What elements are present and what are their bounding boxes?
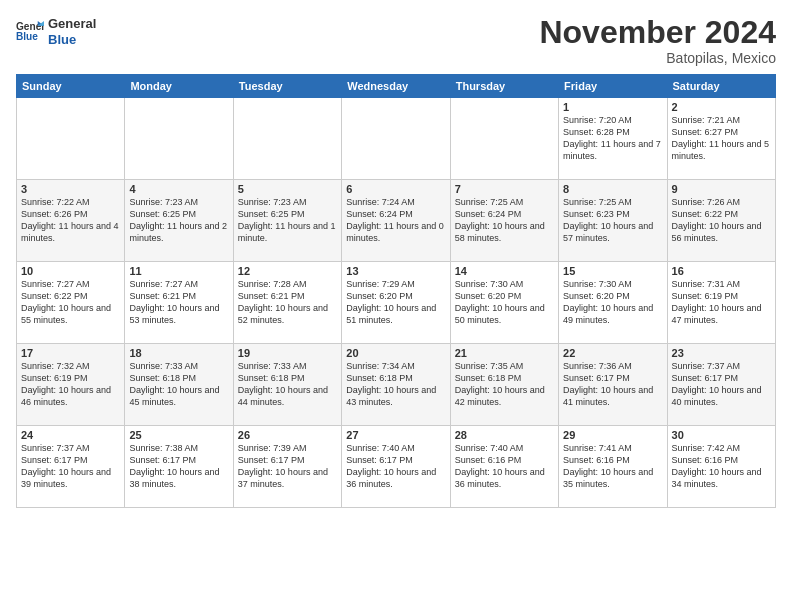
- day-info: Sunrise: 7:26 AM Sunset: 6:22 PM Dayligh…: [672, 196, 771, 245]
- col-tuesday: Tuesday: [233, 75, 341, 98]
- header: General Blue General Blue November 2024 …: [16, 16, 776, 66]
- logo-blue: Blue: [48, 32, 96, 48]
- day-info: Sunrise: 7:34 AM Sunset: 6:18 PM Dayligh…: [346, 360, 445, 409]
- day-info: Sunrise: 7:27 AM Sunset: 6:22 PM Dayligh…: [21, 278, 120, 327]
- day-number: 20: [346, 347, 445, 359]
- day-info: Sunrise: 7:25 AM Sunset: 6:23 PM Dayligh…: [563, 196, 662, 245]
- table-cell: [233, 98, 341, 180]
- page: General Blue General Blue November 2024 …: [0, 0, 792, 612]
- day-info: Sunrise: 7:36 AM Sunset: 6:17 PM Dayligh…: [563, 360, 662, 409]
- table-cell: 30Sunrise: 7:42 AM Sunset: 6:16 PM Dayli…: [667, 426, 775, 508]
- logo-icon: General Blue: [16, 18, 44, 46]
- day-info: Sunrise: 7:35 AM Sunset: 6:18 PM Dayligh…: [455, 360, 554, 409]
- location: Batopilas, Mexico: [539, 50, 776, 66]
- table-cell: 24Sunrise: 7:37 AM Sunset: 6:17 PM Dayli…: [17, 426, 125, 508]
- day-info: Sunrise: 7:40 AM Sunset: 6:17 PM Dayligh…: [346, 442, 445, 491]
- table-cell: 4Sunrise: 7:23 AM Sunset: 6:25 PM Daylig…: [125, 180, 233, 262]
- col-saturday: Saturday: [667, 75, 775, 98]
- day-number: 5: [238, 183, 337, 195]
- title-block: November 2024 Batopilas, Mexico: [539, 16, 776, 66]
- day-number: 15: [563, 265, 662, 277]
- day-number: 2: [672, 101, 771, 113]
- col-sunday: Sunday: [17, 75, 125, 98]
- day-number: 27: [346, 429, 445, 441]
- day-number: 30: [672, 429, 771, 441]
- day-number: 7: [455, 183, 554, 195]
- table-cell: 6Sunrise: 7:24 AM Sunset: 6:24 PM Daylig…: [342, 180, 450, 262]
- calendar-week-5: 24Sunrise: 7:37 AM Sunset: 6:17 PM Dayli…: [17, 426, 776, 508]
- day-info: Sunrise: 7:31 AM Sunset: 6:19 PM Dayligh…: [672, 278, 771, 327]
- table-cell: 2Sunrise: 7:21 AM Sunset: 6:27 PM Daylig…: [667, 98, 775, 180]
- table-cell: 18Sunrise: 7:33 AM Sunset: 6:18 PM Dayli…: [125, 344, 233, 426]
- day-info: Sunrise: 7:41 AM Sunset: 6:16 PM Dayligh…: [563, 442, 662, 491]
- table-cell: [450, 98, 558, 180]
- day-number: 21: [455, 347, 554, 359]
- table-cell: [342, 98, 450, 180]
- table-cell: 10Sunrise: 7:27 AM Sunset: 6:22 PM Dayli…: [17, 262, 125, 344]
- table-cell: 13Sunrise: 7:29 AM Sunset: 6:20 PM Dayli…: [342, 262, 450, 344]
- day-info: Sunrise: 7:22 AM Sunset: 6:26 PM Dayligh…: [21, 196, 120, 245]
- calendar-week-3: 10Sunrise: 7:27 AM Sunset: 6:22 PM Dayli…: [17, 262, 776, 344]
- table-cell: 23Sunrise: 7:37 AM Sunset: 6:17 PM Dayli…: [667, 344, 775, 426]
- table-cell: 9Sunrise: 7:26 AM Sunset: 6:22 PM Daylig…: [667, 180, 775, 262]
- day-info: Sunrise: 7:23 AM Sunset: 6:25 PM Dayligh…: [238, 196, 337, 245]
- table-cell: 19Sunrise: 7:33 AM Sunset: 6:18 PM Dayli…: [233, 344, 341, 426]
- day-info: Sunrise: 7:21 AM Sunset: 6:27 PM Dayligh…: [672, 114, 771, 163]
- calendar-week-2: 3Sunrise: 7:22 AM Sunset: 6:26 PM Daylig…: [17, 180, 776, 262]
- table-cell: 16Sunrise: 7:31 AM Sunset: 6:19 PM Dayli…: [667, 262, 775, 344]
- calendar-header-row: Sunday Monday Tuesday Wednesday Thursday…: [17, 75, 776, 98]
- day-number: 16: [672, 265, 771, 277]
- day-number: 26: [238, 429, 337, 441]
- table-cell: 1Sunrise: 7:20 AM Sunset: 6:28 PM Daylig…: [559, 98, 667, 180]
- calendar-week-1: 1Sunrise: 7:20 AM Sunset: 6:28 PM Daylig…: [17, 98, 776, 180]
- day-number: 8: [563, 183, 662, 195]
- day-number: 25: [129, 429, 228, 441]
- day-number: 1: [563, 101, 662, 113]
- table-cell: 21Sunrise: 7:35 AM Sunset: 6:18 PM Dayli…: [450, 344, 558, 426]
- table-cell: 7Sunrise: 7:25 AM Sunset: 6:24 PM Daylig…: [450, 180, 558, 262]
- day-number: 18: [129, 347, 228, 359]
- day-number: 12: [238, 265, 337, 277]
- table-cell: 8Sunrise: 7:25 AM Sunset: 6:23 PM Daylig…: [559, 180, 667, 262]
- calendar-week-4: 17Sunrise: 7:32 AM Sunset: 6:19 PM Dayli…: [17, 344, 776, 426]
- day-number: 3: [21, 183, 120, 195]
- day-info: Sunrise: 7:33 AM Sunset: 6:18 PM Dayligh…: [129, 360, 228, 409]
- day-number: 9: [672, 183, 771, 195]
- day-number: 14: [455, 265, 554, 277]
- day-info: Sunrise: 7:20 AM Sunset: 6:28 PM Dayligh…: [563, 114, 662, 163]
- day-info: Sunrise: 7:30 AM Sunset: 6:20 PM Dayligh…: [563, 278, 662, 327]
- month-title: November 2024: [539, 16, 776, 48]
- table-cell: 29Sunrise: 7:41 AM Sunset: 6:16 PM Dayli…: [559, 426, 667, 508]
- day-info: Sunrise: 7:30 AM Sunset: 6:20 PM Dayligh…: [455, 278, 554, 327]
- table-cell: [125, 98, 233, 180]
- table-cell: 28Sunrise: 7:40 AM Sunset: 6:16 PM Dayli…: [450, 426, 558, 508]
- day-info: Sunrise: 7:40 AM Sunset: 6:16 PM Dayligh…: [455, 442, 554, 491]
- col-friday: Friday: [559, 75, 667, 98]
- table-cell: 15Sunrise: 7:30 AM Sunset: 6:20 PM Dayli…: [559, 262, 667, 344]
- day-info: Sunrise: 7:23 AM Sunset: 6:25 PM Dayligh…: [129, 196, 228, 245]
- day-info: Sunrise: 7:28 AM Sunset: 6:21 PM Dayligh…: [238, 278, 337, 327]
- day-number: 19: [238, 347, 337, 359]
- day-info: Sunrise: 7:37 AM Sunset: 6:17 PM Dayligh…: [21, 442, 120, 491]
- table-cell: 22Sunrise: 7:36 AM Sunset: 6:17 PM Dayli…: [559, 344, 667, 426]
- day-info: Sunrise: 7:25 AM Sunset: 6:24 PM Dayligh…: [455, 196, 554, 245]
- logo-general: General: [48, 16, 96, 32]
- table-cell: 20Sunrise: 7:34 AM Sunset: 6:18 PM Dayli…: [342, 344, 450, 426]
- day-number: 28: [455, 429, 554, 441]
- day-number: 10: [21, 265, 120, 277]
- table-cell: 12Sunrise: 7:28 AM Sunset: 6:21 PM Dayli…: [233, 262, 341, 344]
- day-number: 13: [346, 265, 445, 277]
- table-cell: 3Sunrise: 7:22 AM Sunset: 6:26 PM Daylig…: [17, 180, 125, 262]
- day-info: Sunrise: 7:39 AM Sunset: 6:17 PM Dayligh…: [238, 442, 337, 491]
- col-thursday: Thursday: [450, 75, 558, 98]
- table-cell: 26Sunrise: 7:39 AM Sunset: 6:17 PM Dayli…: [233, 426, 341, 508]
- calendar-table: Sunday Monday Tuesday Wednesday Thursday…: [16, 74, 776, 508]
- day-info: Sunrise: 7:29 AM Sunset: 6:20 PM Dayligh…: [346, 278, 445, 327]
- logo: General Blue General Blue: [16, 16, 96, 47]
- day-number: 11: [129, 265, 228, 277]
- day-info: Sunrise: 7:27 AM Sunset: 6:21 PM Dayligh…: [129, 278, 228, 327]
- day-number: 23: [672, 347, 771, 359]
- day-info: Sunrise: 7:37 AM Sunset: 6:17 PM Dayligh…: [672, 360, 771, 409]
- svg-text:Blue: Blue: [16, 30, 38, 41]
- day-number: 4: [129, 183, 228, 195]
